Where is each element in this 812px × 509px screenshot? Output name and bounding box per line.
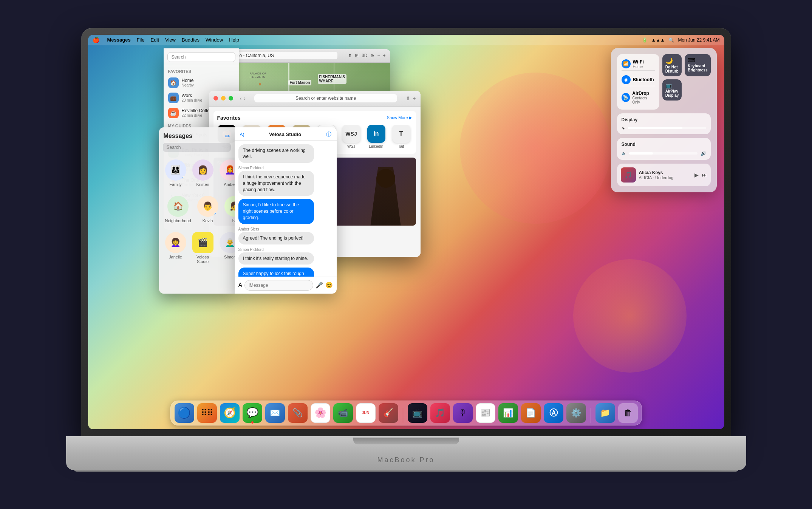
cc-airplay-tile[interactable]: 📺 AirPlayDisplay	[662, 79, 682, 101]
contact-neighborhood[interactable]: 🏠 Neighborhood	[162, 193, 194, 226]
file-menu[interactable]: File	[137, 37, 145, 43]
safari-minimize-button[interactable]	[221, 96, 226, 101]
maps-zoom-plus[interactable]: +	[383, 53, 385, 58]
fav-wsj[interactable]: WSJ WSJ	[342, 125, 361, 149]
maps-3d-icon[interactable]: 3D	[362, 53, 367, 58]
safari-toolbar-right: ⬆ +	[406, 95, 416, 101]
screen-inner: 🍎 Messages File Edit View Buddies Window…	[88, 35, 724, 429]
brightness-slider[interactable]	[628, 127, 706, 129]
messages-notification-dot	[251, 421, 254, 424]
dock-facetime[interactable]: 📹	[333, 403, 353, 423]
safari-new-tab-icon[interactable]: +	[413, 95, 416, 101]
help-menu[interactable]: Help	[229, 37, 239, 43]
safari-url-bar[interactable]: Search or enter website name	[254, 94, 397, 102]
bubble-5-text: I think it's really starting to shine.	[238, 252, 314, 265]
messages-input-field[interactable]	[244, 280, 313, 291]
airplay-icon: 📺	[665, 82, 679, 88]
music-controls[interactable]: ▶ ⏭	[694, 172, 707, 178]
dock-appstore[interactable]: Ⓐ	[544, 403, 563, 423]
contact-janelle[interactable]: 👩‍🦱 Janelle	[162, 229, 189, 267]
maps-search-input[interactable]	[167, 52, 235, 62]
cc-bluetooth-row[interactable]: ◉ Bluetooth	[622, 74, 655, 86]
home-sub: Nearby	[182, 83, 194, 87]
messages-search-input[interactable]	[163, 143, 231, 152]
view-menu[interactable]: View	[165, 37, 176, 43]
dock-tv[interactable]: 📺	[408, 403, 427, 423]
volume-slider[interactable]	[629, 152, 698, 155]
contact-ivy[interactable]: 👧 ❤️ Ivy	[221, 193, 235, 226]
maps-share-icon[interactable]: ⬆	[348, 53, 352, 58]
safari-forward-icon[interactable]: ›	[244, 95, 246, 101]
safari-share-icon[interactable]: ⬆	[406, 95, 410, 101]
messages-emoji-icon[interactable]: 😊	[325, 282, 333, 289]
dock-garageband[interactable]: 🎸	[379, 403, 398, 423]
dock-finder[interactable]: 🔵	[175, 403, 194, 423]
contact-simon[interactable]: 👨‍🦳 Simon	[217, 229, 235, 267]
display-slider-row[interactable]: ☀	[622, 126, 706, 130]
airdrop-circle-icon: 📡	[622, 93, 630, 102]
favorites-section-label: Favorites	[164, 66, 239, 75]
contact-amber[interactable]: 👩‍🦰 Amber	[217, 156, 235, 190]
home-icon: 🏠	[168, 77, 179, 88]
messages-app-title: Messages	[164, 133, 193, 139]
dock-sysprefs[interactable]: ⚙️	[566, 403, 586, 423]
dock-calendar[interactable]: JUN	[356, 403, 376, 423]
maps-location-icon[interactable]: ⊕	[370, 53, 374, 58]
contact-family[interactable]: 👨‍👩‍👧 Family	[162, 156, 189, 190]
cc-keyboard-brightness-tile[interactable]: ⌨ KeyboardBrightness	[685, 54, 710, 76]
safari-close-button[interactable]	[213, 96, 218, 101]
compose-button[interactable]: ✏	[225, 133, 230, 140]
messages-back-icon[interactable]: A)	[240, 132, 244, 137]
podcasts-icon: 🎙	[459, 408, 467, 418]
window-menu[interactable]: Window	[206, 37, 223, 43]
contact-kristen[interactable]: 👩 Kristen	[189, 156, 217, 190]
dock-folder[interactable]: 📁	[595, 403, 615, 423]
dock-launchpad[interactable]: ⠿⠿	[197, 403, 217, 423]
contact-kevin[interactable]: 👨 Kevin	[194, 193, 221, 226]
fav-linkedin[interactable]: in LinkedIn	[367, 125, 386, 149]
dock-numbers[interactable]: 📊	[498, 403, 518, 423]
cc-donotdisturb-tile[interactable]: 🌙 Do Not Disturb	[662, 54, 682, 76]
edit-menu[interactable]: Edit	[151, 37, 159, 43]
sound-slider-row[interactable]: 🔈 🔊	[622, 151, 706, 156]
maps-zoom-minus[interactable]: −	[377, 53, 380, 58]
dock-pages[interactable]: 📄	[521, 403, 541, 423]
messages-search-bar[interactable]	[159, 143, 235, 155]
messages-audio-icon[interactable]: 🎤	[316, 282, 323, 289]
play-icon[interactable]: ▶	[694, 172, 699, 178]
dock-mail[interactable]: ✉️	[265, 403, 285, 423]
cc-airdrop-row[interactable]: 📡 AirDrop Contacts Only	[622, 89, 655, 106]
messages-input-bar[interactable]: A 🎤 😊	[235, 277, 337, 294]
safari-back-icon[interactable]: ‹	[240, 95, 242, 101]
show-more-button[interactable]: Show More ▶	[387, 115, 412, 120]
dock-news[interactable]: 📰	[476, 403, 495, 423]
dock-music[interactable]: 🎵	[430, 403, 450, 423]
safari-url-text: Search or enter website name	[295, 96, 356, 101]
dock-files[interactable]: 📎	[288, 403, 308, 423]
fav-designfiles-label: The Design Files	[412, 144, 412, 149]
work-label: Work	[182, 93, 202, 98]
maps-grid-icon[interactable]: ⊞	[355, 53, 359, 58]
safari-maximize-button[interactable]	[229, 96, 233, 101]
contact-velosa-studio[interactable]: 🎬 Velosa Studio	[189, 229, 217, 267]
app-name-menu[interactable]: Messages	[107, 37, 131, 43]
pages-icon: 📄	[526, 408, 536, 418]
family-dot	[182, 176, 186, 180]
search-icon-menubar[interactable]: 🔍	[668, 37, 674, 43]
cc-wifi-row[interactable]: 📶 Wi-Fi Home	[622, 58, 655, 71]
thread-info-icon[interactable]: ⓘ	[326, 131, 331, 138]
buddies-menu[interactable]: Buddies	[182, 37, 200, 43]
messages-apps-icon[interactable]: A	[238, 282, 243, 289]
skip-icon[interactable]: ⏭	[702, 172, 707, 178]
dock-photos[interactable]: 🌸	[311, 403, 330, 423]
dock-trash[interactable]: 🗑	[618, 403, 638, 423]
dock-safari[interactable]: 🧭	[220, 403, 240, 423]
maps-search-bar[interactable]	[164, 48, 239, 66]
sidebar-item-home[interactable]: 🏠 Home Nearby	[164, 75, 239, 90]
fav-tait[interactable]: T Tait	[392, 125, 411, 149]
safari-nav-buttons: ‹ ›	[240, 95, 246, 101]
fishermans-wharf-label: FISHERMAN'SWHARF	[318, 74, 347, 84]
dock-podcasts[interactable]: 🎙	[453, 403, 473, 423]
apple-menu-icon[interactable]: 🍎	[93, 37, 100, 43]
dock-messages[interactable]: 💬	[243, 403, 262, 423]
